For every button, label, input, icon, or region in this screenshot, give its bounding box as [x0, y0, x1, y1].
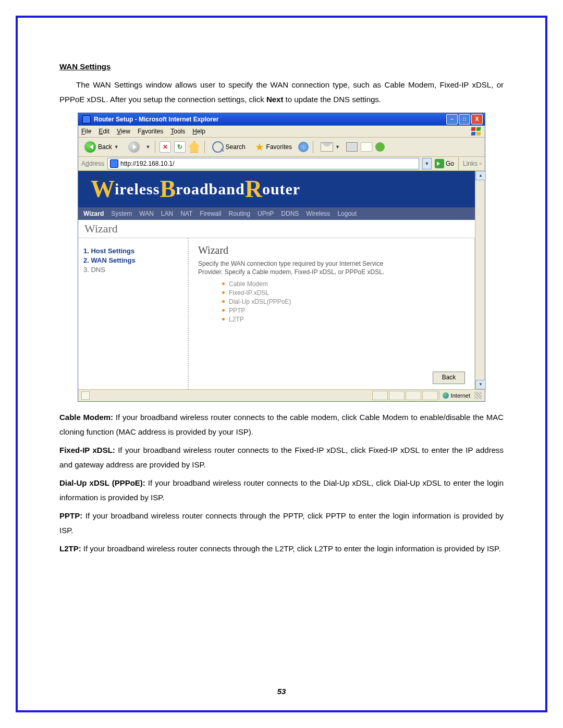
opt-label: PPTP	[229, 307, 245, 314]
stop-button[interactable]: ✕	[160, 141, 171, 153]
address-dropdown[interactable]: ▼	[422, 158, 432, 169]
banner-r: R	[245, 175, 262, 203]
intro-paragraph: The WAN Settings window allows user to s…	[59, 78, 504, 107]
star-icon: ★	[255, 141, 264, 153]
section-title: WAN Settings	[59, 62, 111, 71]
intro-next: Next	[266, 95, 284, 104]
home-button[interactable]	[189, 141, 200, 153]
banner-w: W	[91, 175, 115, 203]
nav-wan[interactable]: WAN	[139, 210, 154, 217]
pptp-paragraph: PPTP: If your broadband wireless router …	[59, 509, 504, 538]
address-label: Address	[81, 160, 104, 167]
bullet-icon	[222, 291, 225, 294]
maximize-button[interactable]: □	[459, 114, 470, 125]
status-cells: Internet	[372, 391, 482, 400]
step-host-settings[interactable]: 1. Host Settings	[83, 247, 182, 255]
content-viewport: Wireless Broadband Router Wizard System …	[78, 171, 485, 389]
opt-label: L2TP	[229, 316, 244, 323]
history-button[interactable]	[298, 142, 309, 152]
opt-cable-modem[interactable]: Cable Modem	[222, 280, 465, 288]
bullet-icon	[222, 300, 225, 303]
fixed-ip-text: If your broadband wireless router connec…	[59, 446, 504, 470]
close-button[interactable]: X	[471, 114, 483, 125]
menubar: File Edit View Favorites Tools Help	[78, 126, 485, 138]
opt-label: Cable Modem	[229, 280, 268, 288]
step-dns[interactable]: 3. DNS	[83, 266, 182, 274]
nav-nat[interactable]: NAT	[180, 210, 192, 217]
chevron-down-icon[interactable]: ▼	[146, 144, 151, 150]
dialup-paragraph: Dial-Up xDSL (PPPoE): If your broadband …	[59, 476, 504, 505]
banner-t2: roadband	[176, 180, 245, 198]
menu-help[interactable]: Help	[192, 128, 205, 135]
vertical-scrollbar[interactable]: ▲ ▼	[475, 171, 485, 389]
nav-system[interactable]: System	[111, 210, 132, 217]
address-bar: Address http://192.168.10.1/ ▼ Go Links …	[78, 157, 485, 171]
window-titlebar: Router Setup - Microsoft Internet Explor…	[78, 113, 485, 126]
wizard-main: Wizard Specify the WAN connection type r…	[189, 238, 475, 389]
intro-text-2: to update the DNS settings.	[283, 95, 381, 104]
menu-view[interactable]: View	[117, 128, 130, 135]
favorites-label: Favorites	[266, 143, 292, 151]
nav-upnp[interactable]: UPnP	[258, 210, 274, 217]
breadcrumb: Wizard	[78, 220, 475, 238]
resize-grip-icon[interactable]	[474, 392, 482, 399]
opt-label: Fixed-IP xDSL	[229, 289, 269, 297]
scroll-up-icon[interactable]: ▲	[475, 171, 486, 180]
nav-ddns[interactable]: DDNS	[281, 210, 299, 217]
menu-edit[interactable]: Edit	[99, 128, 109, 135]
fixed-ip-paragraph: Fixed-IP xDSL: If your broadband wireles…	[59, 443, 504, 473]
address-input[interactable]: http://192.168.10.1/	[107, 158, 419, 169]
menu-tools[interactable]: Tools	[170, 128, 185, 135]
wizard-desc: Specify the WAN connection type required…	[198, 260, 386, 276]
step-wan-settings[interactable]: 2. WAN Settings	[83, 256, 182, 264]
router-nav: Wizard System WAN LAN NAT Firewall Routi…	[78, 207, 475, 220]
refresh-button[interactable]: ↻	[174, 141, 186, 153]
links-label: Links	[463, 160, 478, 167]
status-internet-label: Internet	[451, 392, 470, 399]
banner-t3: outer	[262, 180, 300, 198]
nav-firewall[interactable]: Firewall	[200, 210, 221, 217]
nav-lan[interactable]: LAN	[161, 210, 173, 217]
bullet-icon	[222, 318, 225, 320]
back-button[interactable]: Back ▼	[81, 140, 122, 154]
back-icon	[84, 141, 96, 153]
nav-wizard[interactable]: Wizard	[83, 210, 104, 217]
pptp-label: PPTP:	[59, 511, 82, 520]
search-label: Search	[226, 143, 246, 151]
bullet-icon	[222, 309, 225, 312]
opt-dialup-pppoe[interactable]: Dial-Up xDSL(PPPoE)	[222, 298, 465, 305]
links-button[interactable]: Links »	[463, 160, 482, 167]
go-label: Go	[446, 160, 454, 167]
menu-favorites[interactable]: Favorites	[138, 128, 163, 135]
menu-file[interactable]: File	[81, 128, 91, 135]
nav-wireless[interactable]: Wireless	[306, 210, 330, 217]
nav-routing[interactable]: Routing	[229, 210, 250, 217]
back-wizard-button[interactable]: Back	[433, 372, 465, 384]
bullet-icon	[222, 282, 225, 285]
search-button[interactable]: Search	[209, 140, 249, 154]
minimize-button[interactable]: –	[446, 114, 458, 125]
ie-window: Router Setup - Microsoft Internet Explor…	[78, 113, 485, 402]
opt-l2tp[interactable]: L2TP	[222, 316, 465, 323]
page-number: 53	[18, 687, 545, 696]
l2tp-paragraph: L2TP: If your broadband wireless router …	[59, 541, 504, 557]
forward-button[interactable]	[125, 140, 143, 154]
go-button[interactable]: Go	[435, 159, 454, 168]
favorites-button[interactable]: ★ Favorites	[252, 140, 295, 154]
opt-pptp[interactable]: PPTP	[222, 307, 465, 314]
print-button[interactable]	[346, 142, 358, 152]
router-banner: Wireless Broadband Router	[78, 171, 475, 207]
search-icon	[212, 141, 224, 153]
pptp-text: If your broadband wireless router connec…	[59, 511, 504, 535]
mail-button[interactable]: ▼	[317, 141, 343, 153]
chevron-down-icon: ▼	[114, 144, 119, 150]
messenger-icon[interactable]	[375, 142, 385, 152]
status-bar: Internet	[78, 389, 485, 401]
edit-button[interactable]	[361, 142, 372, 152]
mail-icon	[321, 142, 333, 152]
fixed-ip-label: Fixed-IP xDSL:	[59, 446, 115, 454]
wizard-heading: Wizard	[198, 244, 465, 256]
opt-fixed-ip[interactable]: Fixed-IP xDSL	[222, 289, 465, 297]
scroll-down-icon[interactable]: ▼	[475, 380, 486, 389]
nav-logout[interactable]: Logout	[337, 210, 357, 217]
